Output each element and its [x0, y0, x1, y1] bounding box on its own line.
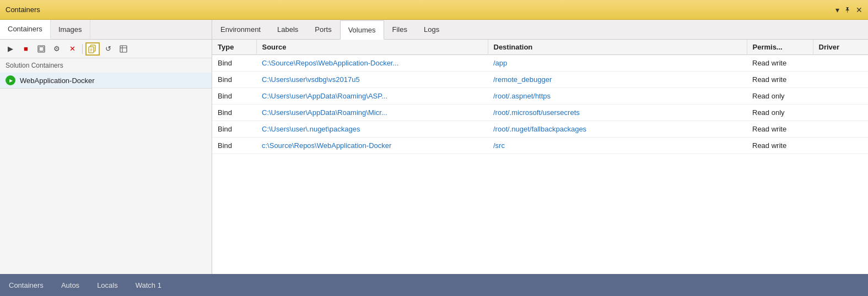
cell-driver [813, 121, 868, 138]
cell-type: Bind [212, 55, 256, 72]
main-layout: Containers Images ▶ ■ ⚙ ✕ [0, 20, 868, 274]
volumes-table: Type Source Destination Permis... Driver… [212, 40, 868, 154]
table-row: BindC:\Users\user\vsdbg\vs2017u5/remote_… [212, 72, 868, 88]
terminal-icon [37, 45, 45, 53]
cell-permissions: Read only [747, 105, 813, 121]
cell-source[interactable]: C:\Users\user\AppData\Roaming\ASP... [256, 88, 488, 105]
col-header-type: Type [212, 40, 256, 55]
cell-destination: /root/.nuget/fallbackpackages [488, 121, 747, 138]
cell-destination: /remote_debugger [488, 72, 747, 88]
cell-source[interactable]: C:\Source\Repos\WebApplication-Docker... [256, 55, 488, 72]
table-row: BindC:\Users\user\AppData\Roaming\Micr..… [212, 105, 868, 121]
cell-driver [813, 105, 868, 121]
col-header-permissions: Permis... [747, 40, 813, 55]
cell-type: Bind [212, 138, 256, 154]
tab-images[interactable]: Images [51, 20, 90, 39]
cell-type: Bind [212, 88, 256, 105]
svg-rect-1 [39, 47, 44, 51]
cell-source[interactable]: C:\Users\user\.nuget\packages [256, 121, 488, 138]
cell-type: Bind [212, 105, 256, 121]
tab-bar: Containers Images [0, 20, 212, 40]
cell-source[interactable]: C:\Users\user\vsdbg\vs2017u5 [256, 72, 488, 88]
delete-button[interactable]: ✕ [65, 42, 79, 56]
table-row: BindC:\Source\Repos\WebApplication-Docke… [212, 55, 868, 72]
tab-volumes[interactable]: Volumes [340, 20, 384, 40]
right-panel: Environment Labels Ports Volumes Files L… [212, 20, 868, 274]
cell-destination: /root/.microsoft/usersecrets [488, 105, 747, 121]
title-bar: Containers ▾ 🖈 ✕ [0, 0, 868, 20]
cell-driver [813, 138, 868, 154]
cell-destination: /src [488, 138, 747, 154]
tab-files[interactable]: Files [384, 20, 416, 39]
bottom-tab-locals[interactable]: Locals [88, 274, 127, 296]
container-item-name: WebApplication-Docker [20, 76, 95, 85]
cell-source[interactable]: C:\Users\user\AppData\Roaming\Micr... [256, 105, 488, 121]
attach-button[interactable] [116, 42, 131, 56]
refresh-button[interactable]: ↺ [101, 42, 115, 56]
col-header-destination: Destination [488, 40, 747, 55]
bottom-tab-autos[interactable]: Autos [52, 274, 88, 296]
cell-source[interactable]: c:\Source\Repos\WebApplication-Docker [256, 138, 488, 154]
bottom-bar: Containers Autos Locals Watch 1 [0, 274, 868, 296]
attach-icon [120, 45, 127, 53]
toolbar-separator [82, 44, 83, 54]
cell-driver [813, 55, 868, 72]
container-list: WebApplication-Docker [0, 73, 212, 274]
title-bar-controls: ▾ 🖈 ✕ [835, 6, 862, 14]
title-bar-title: Containers [6, 6, 40, 14]
stop-button[interactable]: ■ [19, 42, 33, 56]
table-row: Bindc:\Source\Repos\WebApplication-Docke… [212, 138, 868, 154]
volumes-table-container: Type Source Destination Permis... Driver… [212, 40, 868, 274]
pin-icon[interactable]: 🖈 [844, 6, 851, 14]
minimize-icon[interactable]: ▾ [835, 6, 839, 14]
cell-driver [813, 88, 868, 105]
left-panel: Containers Images ▶ ■ ⚙ ✕ [0, 20, 212, 274]
cell-permissions: Read write [747, 55, 813, 72]
tab-logs[interactable]: Logs [416, 20, 448, 39]
cell-destination: /app [488, 55, 747, 72]
tab-containers[interactable]: Containers [0, 20, 51, 39]
container-item[interactable]: WebApplication-Docker [0, 73, 212, 89]
container-status-icon [6, 75, 15, 85]
tab-labels[interactable]: Labels [269, 20, 306, 39]
table-row: BindC:\Users\user\.nuget\packages/root/.… [212, 121, 868, 138]
tab-environment[interactable]: Environment [212, 20, 269, 39]
cell-permissions: Read write [747, 138, 813, 154]
svg-rect-7 [120, 46, 127, 52]
table-header-row: Type Source Destination Permis... Driver [212, 40, 868, 55]
close-icon[interactable]: ✕ [856, 6, 862, 14]
settings-button[interactable]: ⚙ [50, 42, 64, 56]
table-row: BindC:\Users\user\AppData\Roaming\ASP...… [212, 88, 868, 105]
bottom-tab-containers[interactable]: Containers [0, 274, 52, 296]
col-header-source: Source [256, 40, 488, 55]
toolbar: ▶ ■ ⚙ ✕ ↺ [0, 40, 212, 58]
cell-permissions: Read write [747, 121, 813, 138]
cell-permissions: Read only [747, 88, 813, 105]
cell-type: Bind [212, 72, 256, 88]
col-header-driver: Driver [813, 40, 868, 55]
top-tabs: Environment Labels Ports Volumes Files L… [212, 20, 868, 40]
cell-driver [813, 72, 868, 88]
start-button[interactable]: ▶ [3, 42, 18, 56]
copy-files-button[interactable] [85, 42, 100, 56]
tab-ports[interactable]: Ports [306, 20, 339, 39]
bottom-tab-watch1[interactable]: Watch 1 [127, 274, 170, 296]
cell-destination: /root/.aspnet/https [488, 88, 747, 105]
cell-type: Bind [212, 121, 256, 138]
copy-files-icon [88, 45, 97, 53]
solution-containers-header: Solution Containers [0, 58, 212, 73]
cell-permissions: Read write [747, 72, 813, 88]
terminal-button[interactable] [34, 42, 48, 56]
